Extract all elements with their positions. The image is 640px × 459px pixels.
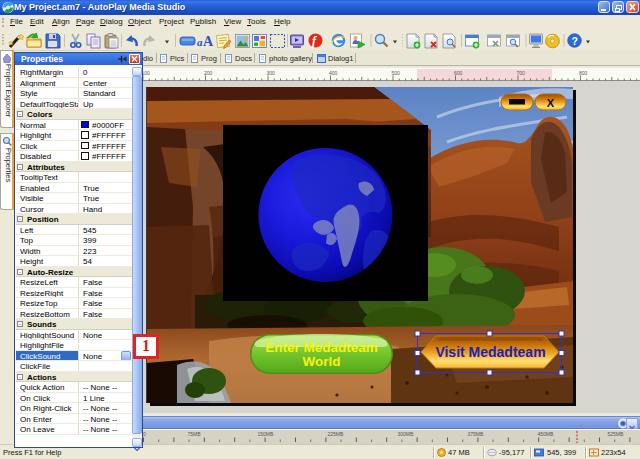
svg-text:150MB: 150MB [258,431,275,437]
svg-text:375MB: 375MB [468,431,485,437]
svg-text:75MB: 75MB [188,431,202,437]
svg-text:World: World [303,354,341,369]
svg-text:300MB: 300MB [398,431,415,437]
svg-text:A: A [203,34,214,49]
svg-text:600: 600 [454,70,463,76]
svg-text:Visit Medadteam: Visit Medadteam [435,344,545,360]
svg-text:Enter Medadteam: Enter Medadteam [265,340,378,355]
svg-text:800: 800 [579,70,588,76]
svg-text:?: ? [572,35,578,47]
svg-text:525MB: 525MB [608,431,625,437]
svg-text:400: 400 [329,70,338,76]
svg-text:500: 500 [392,70,401,76]
svg-text:300: 300 [267,70,276,76]
svg-text:200: 200 [204,70,213,76]
svg-text:450MB: 450MB [538,431,555,437]
svg-text:225MB: 225MB [328,431,345,437]
svg-text:X: X [547,97,555,109]
svg-text:0: 0 [143,431,146,437]
svg-text:700: 700 [517,70,526,76]
